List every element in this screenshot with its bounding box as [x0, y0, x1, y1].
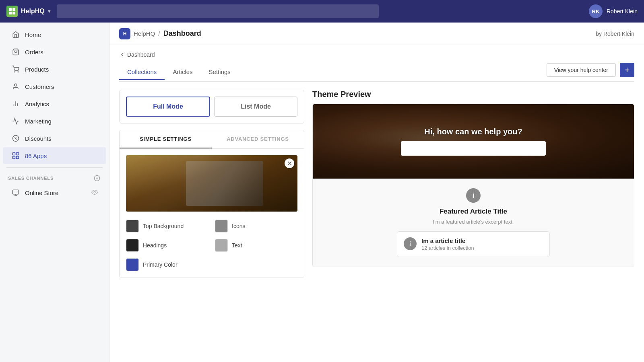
app-logo[interactable]: HelpHQ ▾ [6, 6, 50, 17]
sidebar-item-apps[interactable]: 86 Apps [3, 147, 106, 164]
logo-icon [6, 6, 18, 17]
preview-content-area: i Featured Article Title I'm a featured … [313, 179, 634, 267]
visibility-icon[interactable] [91, 189, 98, 197]
tabs-actions: View your help center + [547, 63, 634, 81]
online-store-icon [11, 188, 20, 197]
settings-panel: SIMPLE SETTINGS ADVANCED SETTINGS ✕ [119, 130, 304, 278]
back-link[interactable]: Dashboard [119, 51, 634, 58]
top-background-swatch[interactable] [126, 220, 139, 232]
text-swatch[interactable] [215, 239, 228, 252]
sidebar-item-label: Products [25, 66, 49, 73]
breadcrumb-app-icon: H [119, 28, 130, 39]
svg-point-13 [15, 138, 15, 138]
sidebar-item-customers[interactable]: Customers [3, 78, 106, 95]
page-header: Dashboard Collections Articles Settings … [109, 45, 644, 82]
preview-hero-content: Hi, how can we help you? [313, 127, 634, 156]
image-upload[interactable]: ✕ [126, 155, 297, 212]
color-options: Top Background Icons Headings [126, 220, 297, 271]
svg-rect-18 [17, 156, 19, 159]
sidebar-item-home[interactable]: Home [3, 26, 106, 43]
add-sales-channel-button[interactable] [93, 174, 101, 182]
svg-point-6 [18, 72, 19, 72]
search-input[interactable] [57, 4, 379, 18]
breadcrumb-app-name: HelpHQ [134, 30, 155, 37]
icons-swatch[interactable] [215, 220, 228, 232]
image-remove-button[interactable]: ✕ [285, 158, 294, 168]
color-row-headings: Headings [126, 239, 208, 252]
view-help-center-button[interactable]: View your help center [547, 63, 616, 77]
sidebar-item-discounts[interactable]: Discounts [3, 130, 106, 147]
sidebar-item-orders[interactable]: Orders [3, 43, 106, 60]
text-label: Text [232, 242, 242, 249]
analytics-icon [11, 99, 20, 108]
sidebar-item-label: 86 Apps [25, 152, 47, 159]
svg-point-7 [14, 84, 17, 86]
headings-label: Headings [143, 242, 167, 249]
logo-text: HelpHQ [21, 8, 45, 15]
headings-swatch[interactable] [126, 239, 139, 252]
main-layout: Home Orders Products Customers Analytics [0, 23, 644, 362]
sidebar-item-analytics[interactable]: Analytics [3, 95, 106, 112]
svg-rect-2 [9, 12, 12, 14]
svg-point-25 [94, 191, 95, 193]
preview-hero: Hi, how can we help you? [313, 104, 634, 179]
breadcrumb: H HelpHQ / Dashboard [119, 28, 201, 39]
settings-body: ✕ Top Background Icons [120, 149, 304, 278]
settings-tabs: SIMPLE SETTINGS ADVANCED SETTINGS [120, 130, 304, 149]
products-icon [11, 65, 20, 74]
tab-articles[interactable]: Articles [165, 64, 200, 80]
breadcrumb-by: by Robert Klein [596, 31, 634, 37]
preview-featured-title: Featured Article Title [440, 208, 507, 216]
svg-rect-16 [17, 153, 19, 155]
sales-channels-section: SALES CHANNELS [0, 171, 109, 184]
preview-article-icon: i [404, 237, 417, 250]
content-body: Full Mode List Mode SIMPLE SETTINGS ADVA… [109, 82, 644, 362]
svg-rect-22 [13, 190, 19, 194]
color-row-icons: Icons [215, 220, 297, 232]
preview-article-info: Im a article title 12 articles in collec… [421, 237, 474, 251]
svg-point-5 [14, 72, 15, 72]
preview-article-card[interactable]: i Im a article title 12 articles in coll… [397, 231, 550, 257]
svg-rect-17 [13, 156, 15, 159]
right-panel: Theme Preview Hi, how can we help you? [312, 90, 634, 358]
preview-article-sub: 12 articles in collection [421, 245, 474, 251]
list-mode-button[interactable]: List Mode [214, 97, 297, 117]
simple-settings-tab[interactable]: SIMPLE SETTINGS [120, 130, 212, 148]
sidebar-item-label: Orders [25, 49, 43, 56]
svg-rect-15 [13, 153, 15, 155]
topbar: HelpHQ ▾ RK Robert Klein [0, 0, 644, 23]
sidebar-item-marketing[interactable]: Marketing [3, 113, 106, 130]
svg-rect-0 [9, 8, 12, 11]
full-mode-button[interactable]: Full Mode [126, 97, 210, 117]
customers-icon [11, 82, 20, 91]
user-menu[interactable]: RK Robert Klein [589, 4, 638, 18]
tab-settings[interactable]: Settings [201, 64, 239, 80]
sidebar-item-products[interactable]: Products [3, 61, 106, 78]
theme-preview-title: Theme Preview [312, 90, 634, 99]
icons-label: Icons [232, 223, 245, 229]
tab-collections[interactable]: Collections [119, 64, 165, 80]
discounts-icon [11, 134, 20, 143]
sidebar-item-label: Marketing [25, 118, 52, 125]
sidebar-item-label: Analytics [25, 101, 49, 107]
preview-search-input[interactable] [401, 141, 546, 156]
apps-icon [11, 151, 20, 160]
tabs-row: Collections Articles Settings View your … [119, 63, 634, 82]
home-icon [11, 30, 20, 39]
mode-buttons: Full Mode List Mode [119, 90, 304, 123]
color-row-primary: Primary Color [126, 258, 208, 271]
add-button[interactable]: + [620, 63, 634, 77]
content-area: H HelpHQ / Dashboard by Robert Klein Das… [109, 23, 644, 362]
top-background-label: Top Background [143, 223, 184, 229]
svg-rect-3 [12, 12, 15, 14]
back-link-label: Dashboard [127, 51, 155, 58]
sidebar-item-label: Home [25, 31, 41, 38]
sidebar-item-label: Customers [25, 83, 54, 90]
sidebar-item-online-store[interactable]: Online Store [3, 184, 106, 201]
sidebar: Home Orders Products Customers Analytics [0, 23, 109, 362]
breadcrumb-separator: / [158, 30, 160, 37]
svg-point-14 [17, 139, 17, 140]
primary-color-swatch[interactable] [126, 258, 139, 271]
logo-dropdown-icon[interactable]: ▾ [48, 8, 50, 14]
advanced-settings-tab[interactable]: ADVANCED SETTINGS [212, 130, 304, 148]
